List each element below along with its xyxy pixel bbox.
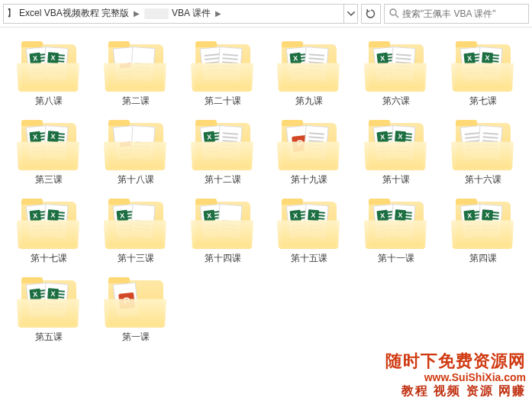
folder-item[interactable]: 第十七课	[6, 194, 92, 268]
folder-item[interactable]: 第二十课	[180, 37, 266, 111]
watermark-subtitle: 教程 视频 资源 网赚	[385, 383, 526, 399]
chevron-down-icon	[347, 11, 355, 16]
breadcrumb-part-2-hidden[interactable]	[144, 8, 169, 19]
folder-item[interactable]: 第三课	[6, 115, 92, 189]
folder-icon	[453, 197, 514, 249]
folder-label: 第三课	[35, 173, 63, 186]
search-box[interactable]	[384, 4, 529, 24]
folder-icon	[192, 197, 253, 249]
folder-label: 第九课	[295, 95, 323, 108]
folder-label: 第十二课	[205, 173, 241, 186]
folder-icon	[279, 40, 340, 92]
refresh-icon	[366, 8, 376, 19]
folder-icon	[279, 118, 340, 170]
folder-label: 第十三课	[118, 252, 154, 265]
refresh-button[interactable]	[361, 4, 381, 24]
folder-item[interactable]: 第九课	[267, 37, 353, 111]
folder-item[interactable]: 第十一课	[353, 194, 439, 268]
folder-label: 第五课	[35, 331, 63, 344]
folder-label: 第十课	[382, 173, 410, 186]
folder-label: 第二十课	[205, 95, 241, 108]
watermark-title: 随时下免费资源网	[385, 350, 526, 373]
folder-icon	[105, 118, 166, 170]
breadcrumb-part-1[interactable]: Excel VBA视频教程 完整版	[19, 7, 129, 20]
folder-label: 第四课	[469, 252, 497, 265]
svg-point-0	[390, 9, 396, 15]
folder-item[interactable]: 第十四课	[180, 194, 266, 268]
folder-item[interactable]: 第七课	[440, 37, 526, 111]
folder-icon	[105, 276, 166, 328]
folder-item[interactable]: 第十五课	[267, 194, 353, 268]
folder-item[interactable]: 第八课	[6, 37, 92, 111]
folder-label: 第十七课	[31, 252, 67, 265]
folder-label: 第十一课	[378, 252, 414, 265]
watermark-url: www.SuiShiXia.com	[385, 371, 526, 383]
breadcrumb-prefix: 】	[7, 7, 16, 20]
folder-icon	[105, 197, 166, 249]
folder-item[interactable]: 第二课	[93, 37, 179, 111]
chevron-right-icon: ▶	[134, 9, 140, 18]
folder-label: 第十六课	[465, 173, 501, 186]
folder-item[interactable]: 第十六课	[440, 115, 526, 189]
svg-line-1	[395, 15, 398, 18]
folder-label: 第一课	[122, 331, 150, 344]
search-icon	[389, 8, 399, 18]
folder-label: 第七课	[469, 95, 497, 108]
folder-item[interactable]: 第六课	[353, 37, 439, 111]
folder-label: 第十四课	[205, 252, 241, 265]
folder-label: 第十九课	[291, 173, 327, 186]
folder-icon	[279, 197, 340, 249]
folder-label: 第二课	[122, 95, 150, 108]
folder-label: 第十五课	[291, 252, 327, 265]
file-grid: 第八课第二课第二十课第九课第六课第七课第三课第十八课第十二课第十九课第十课第十六…	[0, 27, 532, 356]
folder-icon	[453, 40, 514, 92]
breadcrumb-part-2-suffix[interactable]: VBA 课件	[172, 7, 211, 20]
folder-item[interactable]: 第十三课	[93, 194, 179, 268]
breadcrumb[interactable]: 】 Excel VBA视频教程 完整版 ▶ VBA 课件 ▶	[3, 4, 344, 24]
folder-icon	[18, 276, 79, 328]
folder-icon	[105, 40, 166, 92]
folder-item[interactable]: 第四课	[440, 194, 526, 268]
address-toolbar: 】 Excel VBA视频教程 完整版 ▶ VBA 课件 ▶	[0, 0, 532, 27]
folder-icon	[453, 118, 514, 170]
folder-icon	[366, 118, 427, 170]
folder-item[interactable]: 第五课	[6, 273, 92, 347]
folder-label: 第十八课	[118, 173, 154, 186]
folder-icon	[192, 118, 253, 170]
folder-icon	[18, 40, 79, 92]
chevron-right-icon: ▶	[215, 9, 221, 18]
folder-label: 第八课	[35, 95, 63, 108]
search-input[interactable]	[402, 8, 524, 19]
folder-item[interactable]: 第十九课	[267, 115, 353, 189]
folder-item[interactable]: 第一课	[93, 273, 179, 347]
watermark: 随时下免费资源网 www.SuiShiXia.com 教程 视频 资源 网赚	[385, 350, 526, 399]
folder-icon	[366, 197, 427, 249]
folder-icon	[18, 118, 79, 170]
folder-icon	[366, 40, 427, 92]
history-dropdown-button[interactable]	[344, 4, 358, 24]
folder-item[interactable]: 第十二课	[180, 115, 266, 189]
folder-icon	[18, 197, 79, 249]
folder-item[interactable]: 第十八课	[93, 115, 179, 189]
folder-label: 第六课	[382, 95, 410, 108]
folder-item[interactable]: 第十课	[353, 115, 439, 189]
folder-icon	[192, 40, 253, 92]
